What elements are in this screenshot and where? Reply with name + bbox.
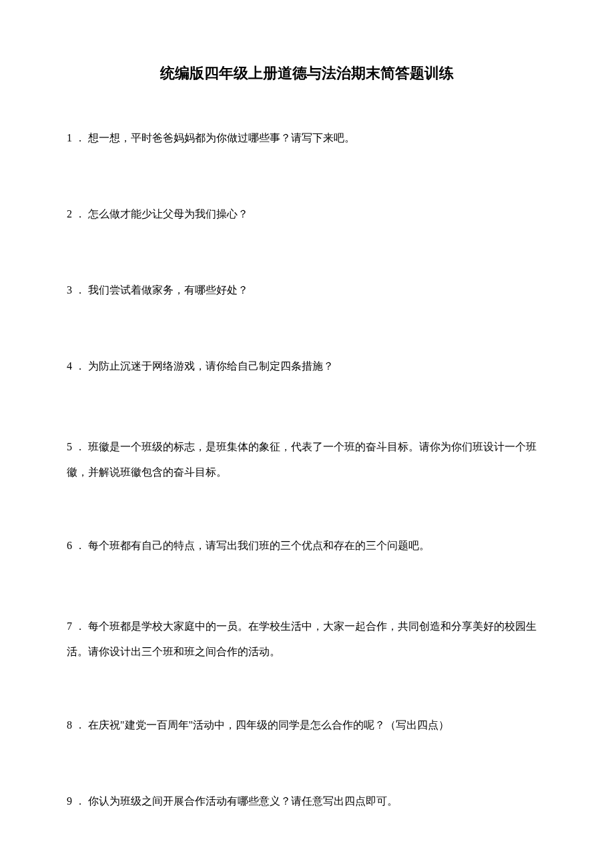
separator-dot: ． [75, 206, 85, 222]
document-title: 统编版四年级上册道德与法治期末简答题训练 [67, 63, 547, 83]
separator-dot: ． [75, 538, 85, 554]
question-text: 在庆祝"建党一百周年"活动中，四年级的同学是怎么合作的呢？（写出四点） [88, 719, 449, 731]
question-7: 7．每个班都是学校大家庭中的一员。在学校生活中，大家一起合作，共同创造和分享美好… [67, 614, 547, 665]
question-4: 4．为防止沉迷于网络游戏，请你给自己制定四条措施？ [67, 358, 547, 374]
question-number: 3 [67, 282, 72, 298]
question-1: 1．想一想，平时爸爸妈妈都为你做过哪些事？请写下来吧。 [67, 130, 547, 146]
question-number: 6 [67, 538, 72, 554]
separator-dot: ． [75, 282, 85, 298]
question-text: 每个班都是学校大家庭中的一员。在学校生活中，大家一起合作，共同创造和分享美好的校… [67, 620, 537, 657]
question-number: 4 [67, 358, 72, 374]
question-8: 8．在庆祝"建党一百周年"活动中，四年级的同学是怎么合作的呢？（写出四点） [67, 717, 547, 733]
question-text: 我们尝试着做家务，有哪些好处？ [88, 284, 248, 296]
separator-dot: ． [75, 614, 85, 639]
question-number: 7 [67, 614, 72, 639]
separator-dot: ． [75, 434, 85, 460]
separator-dot: ． [75, 358, 85, 374]
question-text: 为防止沉迷于网络游戏，请你给自己制定四条措施？ [88, 360, 334, 372]
question-text: 想一想，平时爸爸妈妈都为你做过哪些事？请写下来吧。 [88, 132, 355, 143]
question-number: 9 [67, 793, 72, 809]
question-text: 怎么做才能少让父母为我们操心？ [88, 208, 248, 220]
question-text: 班徽是一个班级的标志，是班集体的象征，代表了一个班的奋斗目标。请你为你们班设计一… [67, 441, 537, 478]
question-text: 每个班都有自己的特点，请写出我们班的三个优点和存在的三个问题吧。 [88, 540, 430, 551]
question-6: 6．每个班都有自己的特点，请写出我们班的三个优点和存在的三个问题吧。 [67, 538, 547, 554]
question-number: 2 [67, 206, 72, 222]
question-5: 5．班徽是一个班级的标志，是班集体的象征，代表了一个班的奋斗目标。请你为你们班设… [67, 434, 547, 486]
question-text: 你认为班级之间开展合作活动有哪些意义？请任意写出四点即可。 [88, 795, 398, 807]
question-number: 1 [67, 130, 72, 146]
question-2: 2．怎么做才能少让父母为我们操心？ [67, 206, 547, 222]
separator-dot: ． [75, 717, 85, 733]
question-number: 8 [67, 717, 72, 733]
separator-dot: ． [75, 130, 85, 146]
question-3: 3．我们尝试着做家务，有哪些好处？ [67, 282, 547, 298]
question-number: 5 [67, 434, 72, 460]
separator-dot: ． [75, 793, 85, 809]
question-9: 9．你认为班级之间开展合作活动有哪些意义？请任意写出四点即可。 [67, 793, 547, 809]
